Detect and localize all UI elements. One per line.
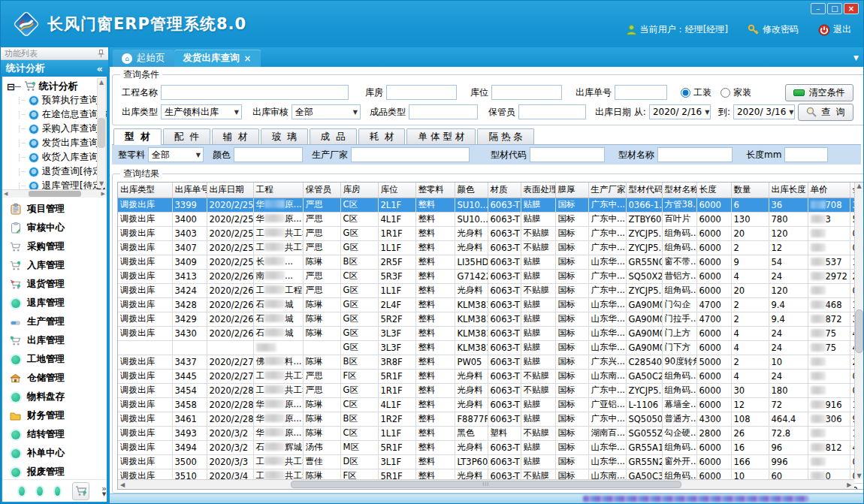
table-row[interactable]: 调拨出库34032020/2/25工共工程严思G区1R1F整料光身料6063-T… [118, 226, 863, 240]
keeper-input[interactable] [518, 104, 586, 119]
order-no-input[interactable] [615, 85, 667, 100]
sidebar-item-财务管理[interactable]: 财务管理 [2, 406, 107, 425]
material-tab-型材[interactable]: 型 材 [113, 128, 162, 145]
tree-item-退货查询[待定][interactable]: ┊┈退货查询[待定] [7, 164, 96, 179]
warehouse-input[interactable] [386, 85, 457, 100]
sidebar-item-仓储管理[interactable]: 仓储管理 [2, 369, 107, 388]
column-header-长度[interactable]: 长度 [696, 183, 731, 198]
logout-button[interactable]: 退出 [818, 23, 851, 36]
quick-module-dot-icon[interactable] [19, 487, 25, 496]
table-row[interactable]: 调拨出库34002020/2/25华原...严思C区4L1F整料SU10...6… [118, 212, 863, 226]
table-horizontal-scrollbar[interactable]: ◀ lll ▶ [118, 479, 854, 489]
table-row[interactable]: 调拨出库34612020/2/28华原...陈琳B区1R2F整料F8877FT6… [118, 412, 863, 426]
tree-item-退库管理[待定][interactable]: ┊┈退库管理[待定] [7, 179, 96, 189]
more-modules-button[interactable]: »▾ [101, 486, 107, 496]
sidebar-item-报废管理[interactable]: 报废管理 [2, 463, 107, 479]
table-row[interactable]: 调拨出库34292020/2/26石城陈琳G区5R2F整料KLM38176063… [118, 312, 863, 326]
product-type-input[interactable] [409, 104, 478, 119]
tree-root-statistics[interactable]: ⊟┈ 统计分析 [7, 80, 96, 93]
column-header-膜厚[interactable]: 膜厚 [555, 183, 588, 198]
column-header-出库类型[interactable]: 出库类型 [118, 183, 172, 198]
table-row[interactable]: 调拨出库34582020/2/28华原...陈琳C区4L1F整料光身料6063-… [118, 397, 863, 412]
column-header-工程[interactable]: 工程 [253, 183, 303, 198]
maximize-button[interactable]: □ [827, 3, 842, 14]
sidebar-item-退货管理[interactable]: 退货管理 [2, 275, 107, 294]
column-header-材质[interactable]: 材质 [488, 183, 521, 198]
factory-input[interactable] [351, 147, 470, 162]
date-to-picker[interactable]: 2020/ 3/16▼ [733, 104, 795, 119]
quick-cart-button[interactable] [72, 482, 89, 500]
tab-home[interactable]: ⌂ 起始页 [113, 50, 174, 67]
column-header-颜色[interactable]: 颜色 [455, 183, 488, 198]
color-input[interactable] [234, 147, 303, 162]
industrial-radio[interactable] [681, 88, 690, 98]
pin-icon[interactable] [98, 50, 104, 58]
length-input[interactable] [784, 147, 828, 162]
home-radio[interactable] [721, 88, 730, 98]
tree-vertical-scrollbar[interactable]: ▲ ▼ [97, 78, 106, 188]
clear-conditions-button[interactable]: 清空条件 [785, 84, 853, 101]
audit-select[interactable]: 全部▼ [292, 104, 361, 119]
table-row[interactable]: 调拨出库34132020/2/26南...严思C区5R3F整料G71422606… [118, 269, 863, 283]
table-row[interactable]: 调拨出库34932020/3/2华原...陈琳C区1L1F整料黑色塑料不贴膜国标… [118, 426, 863, 440]
sidebar-item-生产管理[interactable]: 生产管理 [2, 312, 107, 331]
table-row[interactable]: 调拨出库34092020/2/25长...陈琳B区2R5F整料LI35HD606… [118, 255, 863, 269]
column-header-保管员[interactable]: 保管员 [303, 183, 340, 198]
sidebar-item-补单中心[interactable]: 补单中心 [2, 444, 107, 463]
table-row[interactable]: 调拨出库33992020/2/25华原...严思C区2L1F整料SU10...6… [118, 198, 863, 212]
scroll-right-icon[interactable]: ▶ [101, 191, 105, 197]
table-row[interactable]: 调拨出库34242020/2/26工工程严思G区1L1F整料光身料6063-T5… [118, 283, 863, 297]
table-row[interactable]: 调拨出库34282020/2/26石城陈琳G区2L4F整料KLM38176063… [118, 297, 863, 312]
table-row[interactable]: 调拨出库35002020/3/3工共工程曹佳D区3L1F整料LT3P606063… [118, 454, 863, 469]
out-type-select[interactable]: 生产领料出库▼ [161, 104, 242, 119]
tree-item-收货入库查询[interactable]: ┊┈收货入库查询 [7, 150, 96, 164]
column-header-型材代码[interactable]: 型材代码 [626, 183, 662, 198]
column-header-出库单号[interactable]: 出库单号 [172, 183, 207, 198]
change-password-button[interactable]: 修改密码 [748, 23, 799, 36]
table-row[interactable]: 调拨出库34942020/3/2石辉城汤伟M区5R1F整料光身料6063-T5贴… [118, 440, 863, 454]
column-header-库房[interactable]: 库房 [340, 183, 378, 198]
material-tab-玻璃[interactable]: 玻 璃 [261, 128, 308, 144]
material-tab-耗材[interactable]: 耗 材 [358, 128, 406, 144]
material-tab-配件[interactable]: 配 件 [163, 128, 210, 144]
column-header-生产厂家[interactable]: 生产厂家 [588, 183, 626, 198]
table-row[interactable]: 调拨出库34542020/2/28工共工程严思G区1R1F整料光身料6063-T… [118, 383, 863, 397]
sidebar-item-出库管理[interactable]: 出库管理 [2, 331, 107, 350]
sidebar-item-采购管理[interactable]: 采购管理 [2, 237, 107, 256]
column-header-表面处理[interactable]: 表面处理 [521, 183, 555, 198]
profile-code-input[interactable] [530, 147, 605, 162]
column-header-单价[interactable]: 单价 [808, 183, 850, 198]
material-tab-成品[interactable]: 成 品 [310, 128, 357, 144]
column-header-出库日期[interactable]: 出库日期 [207, 183, 253, 198]
close-button[interactable]: × [844, 3, 859, 14]
tree-horizontal-scrollbar[interactable]: ◀ ▶ [2, 189, 107, 198]
sidebar-item-退库管理[interactable]: 退库管理 [2, 294, 107, 312]
table-row[interactable]: G区3L3F整料KLM38176063-T5贴膜国标山东华...GA90M09.… [118, 340, 863, 355]
tree-item-采购入库查询[interactable]: ┊┈采购入库查询 [7, 122, 96, 136]
table-row[interactable]: 调拨出库34452020/2/27工共工程严思F区5R1F整料光身料6063-T… [118, 369, 863, 383]
material-tab-单体型材[interactable]: 单 体 型 材 [406, 128, 476, 144]
tab-list-dropdown-icon[interactable]: ▼ [853, 54, 859, 62]
project-name-input[interactable] [161, 85, 349, 100]
sidebar-item-入库管理[interactable]: 入库管理 [2, 256, 107, 275]
quick-module-dot-icon[interactable] [37, 487, 43, 496]
scroll-up-icon[interactable]: ▲ [99, 79, 104, 86]
column-header-出库长度[interactable]: 出库长度 [769, 183, 808, 198]
tree-item-在途信息查询[待[interactable]: ┊┈在途信息查询[待 [7, 107, 96, 122]
tree-item-发货出库查询[interactable]: ┊┈发货出库查询 [7, 136, 96, 150]
part-select[interactable]: 全部▼ [148, 147, 204, 162]
sidebar-item-项目管理[interactable]: 项目管理 [2, 200, 107, 219]
column-header-型材名称[interactable]: 型材名称 [662, 183, 696, 198]
sidebar-item-审核中心[interactable]: 审核中心 [2, 219, 107, 237]
tab-close-icon[interactable]: × [244, 53, 252, 64]
sidebar-item-结转管理[interactable]: 结转管理 [2, 425, 107, 444]
date-from-picker[interactable]: 2020/ 2/16▼ [649, 104, 711, 119]
scroll-down-icon[interactable]: ▼ [856, 472, 861, 479]
table-vertical-scrollbar[interactable]: ▲ ▼ [854, 183, 864, 479]
vertical-scroll-thumb[interactable] [855, 309, 863, 353]
scroll-left-icon[interactable]: ◀ [4, 191, 8, 197]
column-header-库位[interactable]: 库位 [378, 183, 415, 198]
table-row[interactable]: 调拨出库34072020/2/25工共工程严思G区1L1F整料光身料6063-T… [118, 240, 863, 255]
column-header-整零料[interactable]: 整零料 [415, 183, 455, 198]
search-button[interactable]: 查 询 [798, 104, 853, 121]
